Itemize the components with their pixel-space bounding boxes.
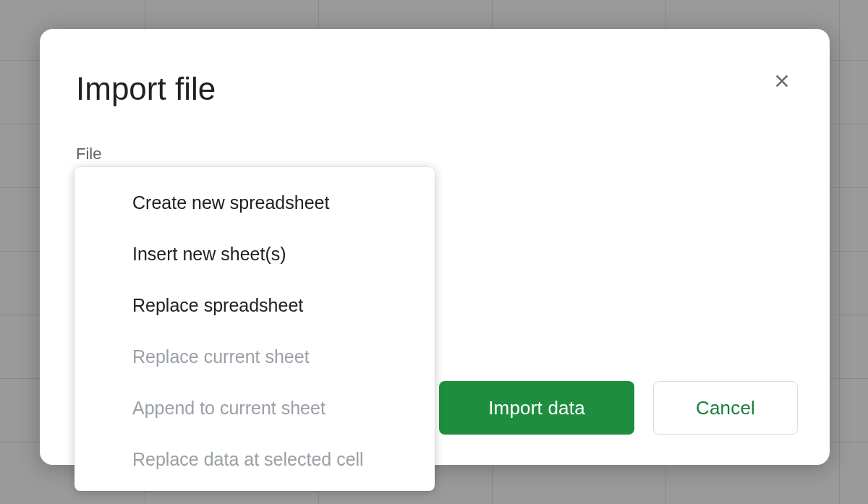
- menu-option-replace-data-at-selected-cell: Replace data at selected cell: [75, 434, 435, 485]
- import-location-menu: Create new spreadsheet Insert new sheet(…: [75, 167, 435, 491]
- file-section-label: File: [76, 145, 793, 163]
- close-button[interactable]: [767, 67, 796, 95]
- menu-option-append-to-current-sheet: Append to current sheet: [75, 383, 435, 434]
- cancel-button[interactable]: Cancel: [653, 381, 798, 435]
- dialog-footer: Import data Cancel: [439, 381, 798, 435]
- menu-option-replace-current-sheet: Replace current sheet: [75, 331, 435, 383]
- dialog-title: Import file: [76, 71, 793, 107]
- menu-option-insert-new-sheets[interactable]: Insert new sheet(s): [75, 228, 435, 280]
- menu-option-replace-spreadsheet[interactable]: Replace spreadsheet: [75, 280, 435, 331]
- menu-option-create-new-spreadsheet[interactable]: Create new spreadsheet: [75, 177, 435, 228]
- import-data-button[interactable]: Import data: [439, 381, 634, 435]
- close-icon: [772, 71, 792, 91]
